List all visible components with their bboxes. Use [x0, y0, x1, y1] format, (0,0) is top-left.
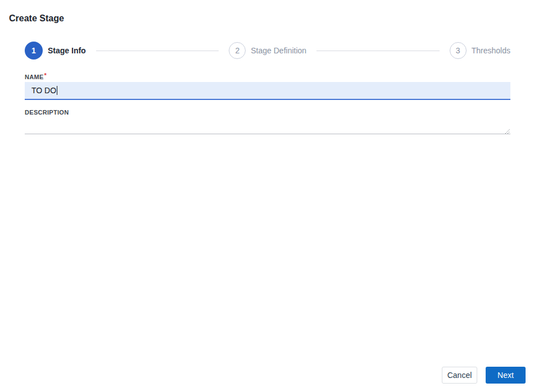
- name-field-label: NAME*: [25, 72, 47, 80]
- required-asterisk: *: [44, 72, 47, 79]
- description-textarea[interactable]: [25, 116, 510, 134]
- step-connector-line: [316, 51, 440, 51]
- next-button[interactable]: Next: [486, 367, 526, 384]
- step-stage-info[interactable]: 1 Stage Info: [25, 42, 86, 60]
- step-3-label: Thresholds: [472, 46, 510, 55]
- step-2-number-badge: 2: [229, 42, 246, 59]
- text-caret: [57, 86, 57, 95]
- cancel-button[interactable]: Cancel: [442, 367, 477, 384]
- step-2-label: Stage Definition: [251, 46, 306, 55]
- step-1-number-badge: 1: [25, 42, 43, 60]
- step-1-label: Stage Info: [48, 46, 86, 55]
- wizard-stepper: 1 Stage Info 2 Stage Definition 3 Thresh…: [25, 42, 510, 60]
- step-stage-definition[interactable]: 2 Stage Definition: [229, 42, 306, 59]
- page-title: Create Stage: [9, 13, 64, 24]
- resize-handle-icon[interactable]: [504, 127, 510, 134]
- step-connector-line: [96, 51, 219, 51]
- step-thresholds[interactable]: 3 Thresholds: [450, 42, 510, 59]
- step-3-number-badge: 3: [450, 42, 467, 59]
- name-input[interactable]: [25, 82, 510, 100]
- description-field-label: DESCRIPTION: [25, 109, 69, 116]
